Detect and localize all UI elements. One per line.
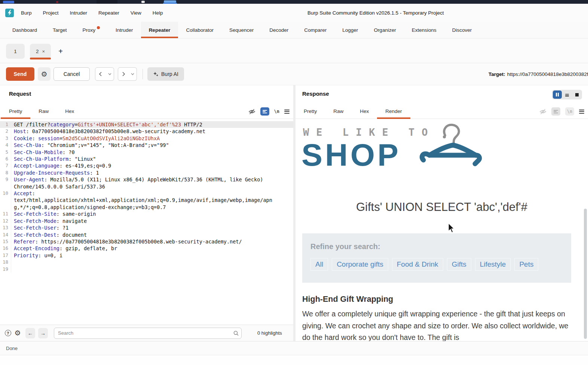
category-link-gifts[interactable]: Gifts <box>447 258 471 271</box>
tab-label: Intruder <box>116 27 133 33</box>
request-line: 2Host: 0a77005004818e3b8200382f005b00e8.… <box>0 128 293 135</box>
category-link-lifestyle[interactable]: Lifestyle <box>475 258 511 271</box>
tab-collaborator[interactable]: Collaborator <box>178 22 221 38</box>
tab-label: Logger <box>342 27 358 33</box>
line-number: 18 <box>0 259 11 266</box>
rows-layout-icon[interactable] <box>563 91 572 99</box>
tab-label: Decoder <box>269 27 288 33</box>
burp-logo-icon <box>5 9 14 17</box>
burp-ai-button[interactable]: Burp AI <box>147 67 184 81</box>
request-line: 5Sec-Ch-Ua-Mobile: ?0 <box>0 149 293 156</box>
syntax-highlight-icon[interactable] <box>260 107 269 116</box>
search-input[interactable] <box>54 328 242 339</box>
tab-intruder[interactable]: Intruder <box>108 22 141 38</box>
menu-repeater[interactable]: Repeater <box>98 10 119 16</box>
category-link-all[interactable]: All <box>310 258 328 271</box>
request-tab-hex[interactable]: Hex <box>57 104 82 119</box>
line-number: 8 <box>0 169 11 176</box>
request-editor[interactable]: 1GET /filter?category=Gifts'+UNION+SELEC… <box>0 119 293 325</box>
menu-intruder[interactable]: Intruder <box>70 10 88 16</box>
request-tab-pretty[interactable]: Pretty <box>1 104 30 119</box>
layout-segmented-control <box>552 90 582 99</box>
line-text: Accept-Encoding: gzip, deflate, br <box>11 245 117 252</box>
line-number: 17 <box>0 252 11 259</box>
request-menu-icon[interactable] <box>284 108 290 114</box>
tab-discover[interactable]: Discover <box>444 22 480 38</box>
response-tab-hex[interactable]: Hex <box>352 104 377 119</box>
tab-sequencer[interactable]: Sequencer <box>221 22 261 38</box>
request-view-icons: \n <box>248 104 290 119</box>
site-logo-tagline: WE LIKE TO <box>303 126 435 138</box>
request-line: 11Sec-Fetch-Site: same-origin <box>0 211 293 217</box>
request-line: 8Upgrade-Insecure-Requests: 1 <box>0 169 293 176</box>
response-tab-raw[interactable]: Raw <box>325 104 352 119</box>
category-link-corporate-gifts[interactable]: Corporate gifts <box>332 258 388 271</box>
tab-dashboard[interactable]: Dashboard <box>4 22 45 38</box>
response-menu-icon[interactable] <box>579 108 584 114</box>
tab-label: Hex <box>65 108 74 114</box>
next-request-button[interactable] <box>118 67 129 81</box>
tab-repeater[interactable]: Repeater <box>141 22 178 38</box>
tab-organizer[interactable]: Organizer <box>366 22 404 38</box>
response-scrollbar-thumb[interactable] <box>584 209 587 339</box>
help-button[interactable]: ? <box>3 328 13 338</box>
menu-view[interactable]: View <box>131 10 141 16</box>
cancel-button[interactable]: Cancel <box>53 67 90 81</box>
menubar: BurpProjectIntruderRepeaterViewHelp Burp… <box>0 4 588 22</box>
columns-layout-icon[interactable] <box>553 91 562 99</box>
line-text: Sec-Ch-Ua-Platform: "Linux" <box>11 156 96 162</box>
response-tab-render[interactable]: Render <box>377 104 410 119</box>
line-number: 13 <box>0 224 11 231</box>
next-request-dropdown[interactable] <box>129 67 137 81</box>
add-tab-button[interactable]: + <box>55 44 66 59</box>
previous-request-button[interactable] <box>95 67 106 81</box>
send-settings-gear-icon[interactable]: ⚙ <box>38 67 50 81</box>
close-tab-icon[interactable]: × <box>42 49 45 54</box>
request-line: 15Referer: https://0a77005004818e3b82003… <box>0 238 293 245</box>
send-button[interactable]: Send <box>6 67 34 81</box>
repeater-tab-2[interactable]: 2× <box>30 44 51 59</box>
search-previous-button[interactable]: ← <box>25 328 35 338</box>
tab-label: Hex <box>360 108 369 114</box>
tab-label: Proxy <box>83 27 96 33</box>
menu-project[interactable]: Project <box>43 10 59 16</box>
search-settings-gear-icon[interactable]: ⚙ <box>13 328 22 338</box>
line-number: 7 <box>0 162 11 169</box>
hide-nonprintable-icon[interactable] <box>248 108 255 115</box>
line-text: Upgrade-Insecure-Requests: 1 <box>11 169 99 176</box>
tab-proxy[interactable]: Proxy <box>75 22 108 38</box>
request-line: 4Sec-Ch-Ua: "Chromium";v="145", "Not:A-B… <box>0 142 293 148</box>
line-number: 1 <box>0 121 11 128</box>
tab-comparer[interactable]: Comparer <box>296 22 334 38</box>
tab-decoder[interactable]: Decoder <box>261 22 296 38</box>
refine-search-box: Refine your search: AllCorporate giftsFo… <box>302 233 571 283</box>
single-layout-icon[interactable] <box>572 91 581 99</box>
repeater-tab-1[interactable]: 1 <box>6 44 25 59</box>
tab-target[interactable]: Target <box>45 22 75 38</box>
menu-burp[interactable]: Burp <box>21 10 32 16</box>
repeater-toolbar: Send ⚙ Cancel Burp AI Target: https://0a… <box>0 63 588 85</box>
tab-extensions[interactable]: Extensions <box>404 22 444 38</box>
request-line: 10Accept: text/html,application/xhtml+xm… <box>0 190 293 211</box>
newline-toggle-icon[interactable]: \n <box>274 109 279 114</box>
response-tab-pretty[interactable]: Pretty <box>295 104 325 119</box>
request-line: 1GET /filter?category=Gifts'+UNION+SELEC… <box>0 121 293 128</box>
request-panel: Request PrettyRawHex \n 1GET /filter?cat… <box>0 85 293 341</box>
category-link-food-drink[interactable]: Food & Drink <box>392 258 443 271</box>
main-tabbar: DashboardTargetProxyIntruderRepeaterColl… <box>0 22 588 39</box>
tab-logger[interactable]: Logger <box>334 22 366 38</box>
hide-nonprintable-icon <box>539 108 546 115</box>
refine-search-label: Refine your search: <box>310 242 563 251</box>
request-tab-raw[interactable]: Raw <box>30 104 57 119</box>
response-panel-title: Response <box>302 91 329 97</box>
category-link-pets[interactable]: Pets <box>514 258 538 271</box>
status-text: Done <box>6 346 18 351</box>
tab-label: Render <box>385 108 402 114</box>
line-text: Referer: https://0a77005004818e3b8200382… <box>11 238 242 245</box>
request-line: 14Sec-Fetch-Dest: document <box>0 231 293 238</box>
status-bar: Done <box>0 341 588 355</box>
target-url: https://0a77005004818e3b8200382f005b00e8… <box>507 71 588 77</box>
previous-request-dropdown[interactable] <box>106 67 114 81</box>
search-next-button[interactable]: → <box>38 328 48 338</box>
menu-help[interactable]: Help <box>153 10 163 16</box>
